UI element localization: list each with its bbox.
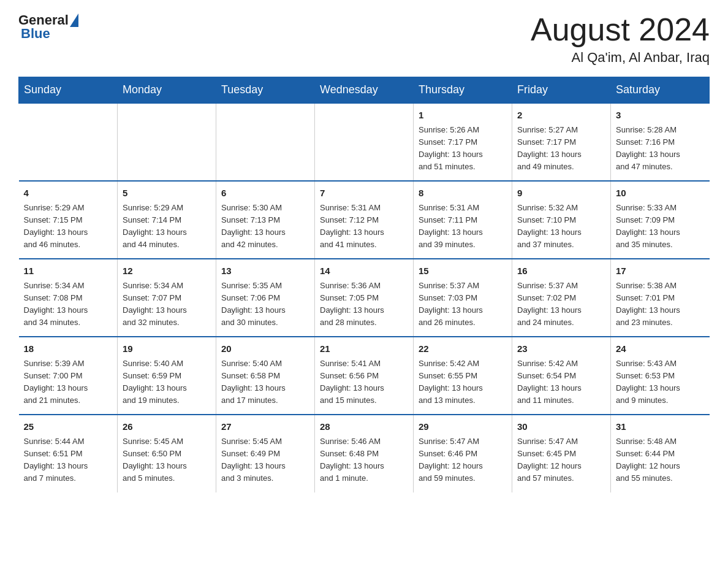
calendar-cell: 13Sunrise: 5:35 AM Sunset: 7:06 PM Dayli… [216,259,315,337]
calendar-cell: 4Sunrise: 5:29 AM Sunset: 7:15 PM Daylig… [19,181,118,259]
day-number: 5 [123,186,211,201]
day-number: 31 [616,420,705,434]
day-info: Sunrise: 5:37 AM Sunset: 7:03 PM Dayligh… [419,280,507,329]
day-number: 14 [320,264,408,278]
calendar-cell: 14Sunrise: 5:36 AM Sunset: 7:05 PM Dayli… [315,259,414,337]
logo-blue-text: Blue [18,26,50,42]
day-info: Sunrise: 5:48 AM Sunset: 6:44 PM Dayligh… [616,435,705,485]
weekday-header-monday: Monday [118,77,216,104]
day-number: 6 [221,186,309,201]
weekday-header-thursday: Thursday [414,77,512,104]
calendar-week-row: 4Sunrise: 5:29 AM Sunset: 7:15 PM Daylig… [19,181,710,259]
day-number: 11 [24,264,113,278]
calendar-cell: 25Sunrise: 5:44 AM Sunset: 6:51 PM Dayli… [19,415,118,492]
weekday-header-friday: Friday [512,77,611,104]
day-info: Sunrise: 5:35 AM Sunset: 7:06 PM Dayligh… [221,280,309,329]
calendar-cell: 30Sunrise: 5:47 AM Sunset: 6:45 PM Dayli… [512,415,611,492]
day-number: 10 [616,186,705,201]
calendar-cell: 1Sunrise: 5:26 AM Sunset: 7:17 PM Daylig… [414,103,512,181]
weekday-header-wednesday: Wednesday [315,77,414,104]
calendar-cell: 31Sunrise: 5:48 AM Sunset: 6:44 PM Dayli… [611,415,710,492]
calendar-cell: 24Sunrise: 5:43 AM Sunset: 6:53 PM Dayli… [611,337,710,415]
calendar-cell: 15Sunrise: 5:37 AM Sunset: 7:03 PM Dayli… [414,259,512,337]
day-number: 8 [419,186,507,201]
day-info: Sunrise: 5:42 AM Sunset: 6:55 PM Dayligh… [419,358,507,407]
day-info: Sunrise: 5:47 AM Sunset: 6:46 PM Dayligh… [419,435,507,485]
day-info: Sunrise: 5:44 AM Sunset: 6:51 PM Dayligh… [24,435,113,485]
day-number: 3 [616,109,705,123]
calendar-cell: 21Sunrise: 5:41 AM Sunset: 6:56 PM Dayli… [315,337,414,415]
calendar-cell: 5Sunrise: 5:29 AM Sunset: 7:14 PM Daylig… [118,181,216,259]
day-number: 20 [221,342,309,356]
day-info: Sunrise: 5:47 AM Sunset: 6:45 PM Dayligh… [517,435,605,485]
calendar-week-row: 11Sunrise: 5:34 AM Sunset: 7:08 PM Dayli… [19,259,710,337]
day-number: 28 [320,420,408,434]
day-number: 16 [517,264,605,278]
day-number: 2 [517,109,605,123]
weekday-header-tuesday: Tuesday [216,77,315,104]
weekday-header-sunday: Sunday [19,77,118,104]
day-number: 29 [419,420,507,434]
day-info: Sunrise: 5:31 AM Sunset: 7:12 PM Dayligh… [320,202,408,251]
day-info: Sunrise: 5:40 AM Sunset: 6:58 PM Dayligh… [221,358,309,407]
calendar-week-row: 1Sunrise: 5:26 AM Sunset: 7:17 PM Daylig… [19,103,710,181]
day-info: Sunrise: 5:42 AM Sunset: 6:54 PM Dayligh… [517,358,605,407]
day-info: Sunrise: 5:34 AM Sunset: 7:08 PM Dayligh… [24,280,113,329]
calendar-cell: 27Sunrise: 5:45 AM Sunset: 6:49 PM Dayli… [216,415,315,492]
day-info: Sunrise: 5:45 AM Sunset: 6:50 PM Dayligh… [123,435,211,485]
day-info: Sunrise: 5:46 AM Sunset: 6:48 PM Dayligh… [320,435,408,485]
calendar-cell [118,103,216,181]
day-info: Sunrise: 5:45 AM Sunset: 6:49 PM Dayligh… [221,435,309,485]
day-info: Sunrise: 5:37 AM Sunset: 7:02 PM Dayligh… [517,280,605,329]
calendar-header-row: SundayMondayTuesdayWednesdayThursdayFrid… [19,77,710,104]
day-number: 27 [221,420,309,434]
day-info: Sunrise: 5:29 AM Sunset: 7:14 PM Dayligh… [123,202,211,251]
calendar-cell: 8Sunrise: 5:31 AM Sunset: 7:11 PM Daylig… [414,181,512,259]
day-number: 13 [221,264,309,278]
day-number: 18 [24,342,113,356]
calendar-cell: 23Sunrise: 5:42 AM Sunset: 6:54 PM Dayli… [512,337,611,415]
day-info: Sunrise: 5:33 AM Sunset: 7:09 PM Dayligh… [616,202,705,251]
day-number: 26 [123,420,211,434]
calendar-cell: 26Sunrise: 5:45 AM Sunset: 6:50 PM Dayli… [118,415,216,492]
day-number: 1 [419,109,507,123]
page-title: August 2024 [531,12,710,47]
calendar-cell: 2Sunrise: 5:27 AM Sunset: 7:17 PM Daylig… [512,103,611,181]
page-subtitle: Al Qa'im, Al Anbar, Iraq [531,50,710,66]
day-info: Sunrise: 5:26 AM Sunset: 7:17 PM Dayligh… [419,124,507,174]
calendar-cell: 17Sunrise: 5:38 AM Sunset: 7:01 PM Dayli… [611,259,710,337]
day-info: Sunrise: 5:41 AM Sunset: 6:56 PM Dayligh… [320,358,408,407]
calendar-week-row: 18Sunrise: 5:39 AM Sunset: 7:00 PM Dayli… [19,337,710,415]
title-block: August 2024 Al Qa'im, Al Anbar, Iraq [531,12,710,66]
day-number: 30 [517,420,605,434]
day-number: 23 [517,342,605,356]
calendar-cell [216,103,315,181]
calendar-cell: 18Sunrise: 5:39 AM Sunset: 7:00 PM Dayli… [19,337,118,415]
logo-triangle-icon [70,13,78,27]
calendar-cell: 16Sunrise: 5:37 AM Sunset: 7:02 PM Dayli… [512,259,611,337]
day-info: Sunrise: 5:30 AM Sunset: 7:13 PM Dayligh… [221,202,309,251]
calendar-cell: 28Sunrise: 5:46 AM Sunset: 6:48 PM Dayli… [315,415,414,492]
calendar-cell: 19Sunrise: 5:40 AM Sunset: 6:59 PM Dayli… [118,337,216,415]
day-number: 7 [320,186,408,201]
calendar-cell: 9Sunrise: 5:32 AM Sunset: 7:10 PM Daylig… [512,181,611,259]
day-info: Sunrise: 5:39 AM Sunset: 7:00 PM Dayligh… [24,358,113,407]
calendar-table: SundayMondayTuesdayWednesdayThursdayFrid… [18,77,710,492]
day-info: Sunrise: 5:40 AM Sunset: 6:59 PM Dayligh… [123,358,211,407]
day-number: 4 [24,186,113,201]
day-info: Sunrise: 5:34 AM Sunset: 7:07 PM Dayligh… [123,280,211,329]
calendar-cell: 10Sunrise: 5:33 AM Sunset: 7:09 PM Dayli… [611,181,710,259]
day-info: Sunrise: 5:36 AM Sunset: 7:05 PM Dayligh… [320,280,408,329]
day-number: 25 [24,420,113,434]
calendar-cell: 22Sunrise: 5:42 AM Sunset: 6:55 PM Dayli… [414,337,512,415]
day-info: Sunrise: 5:31 AM Sunset: 7:11 PM Dayligh… [419,202,507,251]
day-number: 17 [616,264,705,278]
calendar-cell: 11Sunrise: 5:34 AM Sunset: 7:08 PM Dayli… [19,259,118,337]
day-info: Sunrise: 5:28 AM Sunset: 7:16 PM Dayligh… [616,124,705,174]
calendar-cell: 3Sunrise: 5:28 AM Sunset: 7:16 PM Daylig… [611,103,710,181]
page-header: General Blue August 2024 Al Qa'im, Al An… [18,12,710,66]
day-info: Sunrise: 5:38 AM Sunset: 7:01 PM Dayligh… [616,280,705,329]
logo: General Blue [18,12,80,42]
calendar-week-row: 25Sunrise: 5:44 AM Sunset: 6:51 PM Dayli… [19,415,710,492]
weekday-header-saturday: Saturday [611,77,710,104]
